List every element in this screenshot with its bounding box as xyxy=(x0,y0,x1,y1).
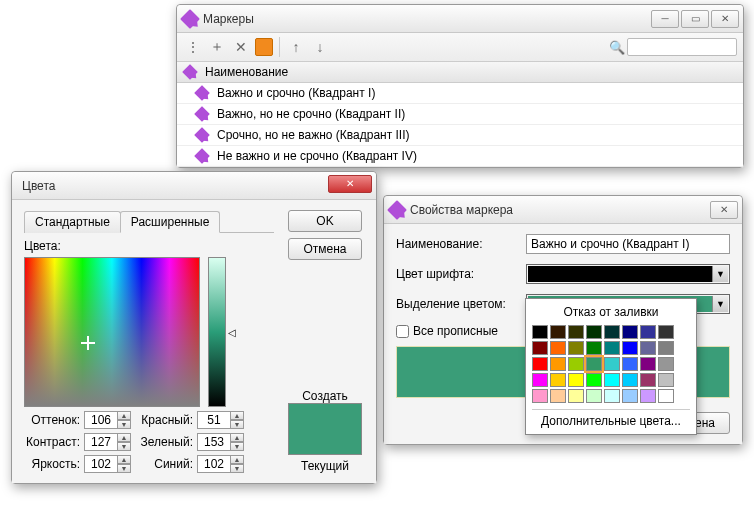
palette-swatch[interactable] xyxy=(568,341,584,355)
palette-swatch[interactable] xyxy=(604,373,620,387)
palette-swatch[interactable] xyxy=(532,325,548,339)
palette-swatch[interactable] xyxy=(586,325,602,339)
spin-up[interactable]: ▲ xyxy=(117,433,131,442)
palette-swatch[interactable] xyxy=(640,357,656,371)
spin-up[interactable]: ▲ xyxy=(117,455,131,464)
more-colors[interactable]: Дополнительные цвета... xyxy=(532,409,690,428)
new-color-swatch xyxy=(288,403,362,455)
spin-up[interactable]: ▲ xyxy=(230,455,244,464)
palette-swatch[interactable] xyxy=(550,389,566,403)
maximize-button[interactable]: ▭ xyxy=(681,10,709,28)
palette-nofill[interactable]: Отказ от заливки xyxy=(532,305,690,319)
lum-input[interactable] xyxy=(84,455,118,473)
palette-swatch[interactable] xyxy=(568,357,584,371)
palette-swatch[interactable] xyxy=(658,325,674,339)
column-label: Наименование xyxy=(205,65,288,79)
name-input[interactable] xyxy=(526,234,730,254)
red-input[interactable] xyxy=(197,411,231,429)
palette-swatch[interactable] xyxy=(586,357,602,371)
palette-swatch[interactable] xyxy=(550,341,566,355)
spin-down[interactable]: ▼ xyxy=(117,464,131,473)
palette-swatch[interactable] xyxy=(568,325,584,339)
luminance-slider[interactable] xyxy=(208,257,226,407)
close-button[interactable]: ✕ xyxy=(328,175,372,193)
palette-swatch[interactable] xyxy=(640,389,656,403)
ok-button[interactable]: OK xyxy=(288,210,362,232)
palette-swatch[interactable] xyxy=(622,357,638,371)
tab-standard[interactable]: Стандартные xyxy=(24,211,121,233)
palette-swatch[interactable] xyxy=(532,341,548,355)
palette-swatch[interactable] xyxy=(622,341,638,355)
palette-swatch[interactable] xyxy=(550,373,566,387)
marker-icon xyxy=(183,12,197,26)
green-input[interactable] xyxy=(197,433,231,451)
palette-swatch[interactable] xyxy=(532,373,548,387)
spin-up[interactable]: ▲ xyxy=(117,411,131,420)
new-label: Создать xyxy=(302,389,348,403)
palette-swatch[interactable] xyxy=(658,341,674,355)
spin-down[interactable]: ▼ xyxy=(117,442,131,451)
spin-down[interactable]: ▼ xyxy=(117,420,131,429)
palette-swatch[interactable] xyxy=(568,373,584,387)
color-gradient[interactable] xyxy=(24,257,200,407)
minimize-button[interactable]: ─ xyxy=(651,10,679,28)
list-item[interactable]: Срочно, но не важно (Квадрант III) xyxy=(177,125,743,146)
blue-input[interactable] xyxy=(197,455,231,473)
palette-swatch[interactable] xyxy=(604,389,620,403)
sat-input[interactable] xyxy=(84,433,118,451)
spin-up[interactable]: ▲ xyxy=(230,433,244,442)
hue-input[interactable] xyxy=(84,411,118,429)
window-title: Маркеры xyxy=(203,12,649,26)
list-item[interactable]: Важно, но не срочно (Квадрант II) xyxy=(177,104,743,125)
palette-swatch[interactable] xyxy=(568,389,584,403)
palette-swatch[interactable] xyxy=(532,357,548,371)
font-color-combo[interactable]: ▼ xyxy=(526,264,730,284)
pencil-icon xyxy=(194,85,210,101)
palette-swatch[interactable] xyxy=(586,373,602,387)
palette-swatch[interactable] xyxy=(622,325,638,339)
cancel-button[interactable]: Отмена xyxy=(288,238,362,260)
spin-down[interactable]: ▼ xyxy=(230,420,244,429)
palette-swatch[interactable] xyxy=(640,325,656,339)
palette-swatch[interactable] xyxy=(658,389,674,403)
palette-swatch[interactable] xyxy=(604,357,620,371)
palette-swatch[interactable] xyxy=(550,325,566,339)
palette-swatch[interactable] xyxy=(532,389,548,403)
list-item[interactable]: Не важно и не срочно (Квадрант IV) xyxy=(177,146,743,167)
spin-down[interactable]: ▼ xyxy=(230,464,244,473)
delete-button[interactable]: ✕ xyxy=(231,37,251,57)
palette-swatch[interactable] xyxy=(622,373,638,387)
palette-swatch[interactable] xyxy=(586,389,602,403)
add-button[interactable]: ＋ xyxy=(207,37,227,57)
list-body: Важно и срочно (Квадрант I) Важно, но не… xyxy=(177,83,743,167)
palette-swatch[interactable] xyxy=(604,341,620,355)
palette-swatch[interactable] xyxy=(640,341,656,355)
titlebar: Маркеры ─ ▭ ✕ xyxy=(177,5,743,33)
chevron-down-icon: ▼ xyxy=(712,266,728,282)
palette-swatch[interactable] xyxy=(658,357,674,371)
palette-swatch[interactable] xyxy=(604,325,620,339)
spin-up[interactable]: ▲ xyxy=(230,411,244,420)
slider-arrow-icon: ◁ xyxy=(228,327,236,338)
palette-swatch[interactable] xyxy=(658,373,674,387)
edit-button[interactable] xyxy=(255,38,273,56)
move-up-button[interactable]: ↑ xyxy=(286,37,306,57)
tab-advanced[interactable]: Расширенные xyxy=(120,211,221,233)
search-input[interactable] xyxy=(627,38,737,56)
move-down-button[interactable]: ↓ xyxy=(310,37,330,57)
caps-checkbox[interactable] xyxy=(396,325,409,338)
close-button[interactable]: ✕ xyxy=(711,10,739,28)
spin-down[interactable]: ▼ xyxy=(230,442,244,451)
palette-swatch[interactable] xyxy=(622,389,638,403)
tabstrip: Стандартные Расширенные xyxy=(24,210,274,233)
palette-swatch[interactable] xyxy=(550,357,566,371)
column-header[interactable]: Наименование xyxy=(177,62,743,83)
pencil-icon xyxy=(194,106,210,122)
list-item[interactable]: Важно и срочно (Квадрант I) xyxy=(177,83,743,104)
palette-swatch[interactable] xyxy=(640,373,656,387)
palette-swatch[interactable] xyxy=(586,341,602,355)
close-button[interactable]: ✕ xyxy=(710,201,738,219)
caps-label: Все прописные xyxy=(413,324,498,338)
toolbar: ⋮ ＋ ✕ ↑ ↓ 🔍 xyxy=(177,33,743,62)
chevron-down-icon: ▼ xyxy=(712,296,728,312)
